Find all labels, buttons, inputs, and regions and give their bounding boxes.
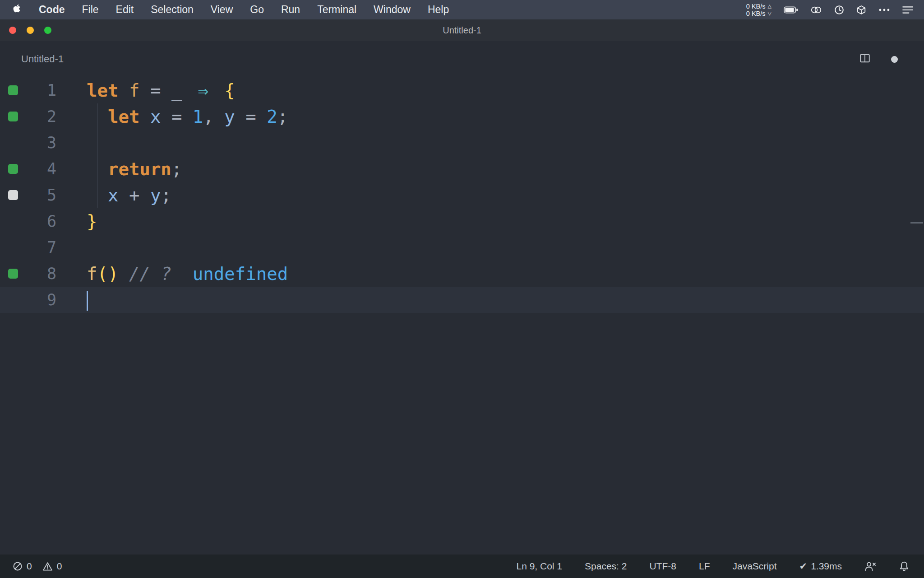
line-number[interactable]: 1 (18, 81, 56, 99)
code-line[interactable]: 7 (0, 234, 924, 261)
token-kw: return (108, 159, 171, 179)
token-op: = (245, 107, 256, 127)
code-line[interactable]: 2 let x = 1, y = 2; (0, 103, 924, 130)
line-number[interactable]: 6 (18, 212, 56, 230)
line-number[interactable]: 3 (18, 134, 56, 152)
encoding-setting[interactable]: UTF-8 (649, 561, 676, 572)
screen: CodeFileEditSelectionViewGoRunTerminalWi… (0, 0, 924, 578)
token-op: = (150, 80, 161, 101)
token-pln (256, 107, 267, 127)
token-pln (118, 80, 129, 101)
line-number[interactable]: 4 (18, 160, 56, 178)
code-text: return; (87, 159, 182, 179)
menu-items: CodeFileEditSelectionViewGoRunTerminalWi… (30, 4, 457, 16)
menu-item-view[interactable]: View (202, 4, 241, 16)
apple-icon (13, 4, 21, 16)
token-pln (118, 264, 129, 284)
window-title: Untitled-1 (0, 25, 924, 36)
code-editor[interactable]: 1let f = _ ⇒ {2 let x = 1, y = 2;34 retu… (0, 77, 924, 555)
quokka-coverage-marker (8, 164, 18, 174)
battery-icon[interactable] (784, 6, 798, 14)
ellipsis-icon[interactable] (878, 8, 890, 12)
code-line[interactable]: 9 (0, 287, 924, 313)
token-pln (118, 185, 129, 205)
token-op: + (129, 185, 139, 205)
quokka-coverage-marker (8, 85, 18, 95)
quokka-coverage-marker-empty (8, 242, 18, 252)
warnings-icon (42, 562, 53, 571)
modified-indicator-dot[interactable] (891, 56, 898, 63)
feedback-person-icon[interactable] (864, 561, 876, 572)
menu-bar: CodeFileEditSelectionViewGoRunTerminalWi… (0, 0, 924, 19)
zoom-window-button[interactable] (44, 27, 51, 34)
apple-menu[interactable] (13, 4, 21, 16)
clock-icon[interactable] (834, 5, 844, 15)
token-brace: } (87, 211, 97, 232)
quokka-coverage-marker-empty (8, 138, 18, 148)
token-brace: () (97, 264, 118, 284)
errors-icon (13, 561, 23, 571)
list-icon[interactable] (902, 6, 913, 14)
network-meter[interactable]: 0 KB/s △ 0 KB/s ▽ (746, 3, 772, 17)
token-pln (139, 107, 150, 127)
window-title-bar[interactable]: Untitled-1 (0, 19, 924, 41)
token-op: = (171, 107, 182, 127)
code-line[interactable]: 4 return; (0, 156, 924, 182)
token-var: y (150, 185, 161, 205)
code-lines: 1let f = _ ⇒ {2 let x = 1, y = 2;34 retu… (0, 77, 924, 313)
menu-item-terminal[interactable]: Terminal (309, 4, 365, 16)
menu-item-edit[interactable]: Edit (107, 4, 143, 16)
token-comment: // ? (129, 264, 171, 284)
menu-item-code[interactable]: Code (30, 4, 74, 16)
split-editor-icon[interactable] (859, 53, 870, 65)
token-pln (182, 80, 192, 101)
code-line[interactable]: 6} (0, 208, 924, 234)
line-number[interactable]: 7 (18, 238, 56, 256)
eol-setting[interactable]: LF (699, 561, 710, 572)
token-op: ; (171, 159, 182, 179)
notifications-bell-icon[interactable] (899, 561, 910, 572)
rings-icon[interactable] (810, 6, 822, 14)
code-text: } (87, 211, 97, 232)
cube-icon[interactable] (856, 5, 866, 15)
indentation-setting[interactable]: Spaces: 2 (585, 561, 627, 572)
token-pln (171, 264, 193, 284)
token-var: x (150, 107, 161, 127)
line-number[interactable]: 2 (18, 107, 56, 126)
close-window-button[interactable] (9, 27, 16, 34)
language-mode[interactable]: JavaScript (732, 561, 776, 572)
line-number[interactable]: 5 (18, 186, 56, 204)
token-brace: { (224, 80, 235, 101)
token-op: ; (277, 107, 288, 127)
menu-item-run[interactable]: Run (273, 4, 309, 16)
cursor-position[interactable]: Ln 9, Col 1 (516, 561, 562, 572)
token-arrow: ⇒ (193, 80, 214, 101)
code-line[interactable]: 3 (0, 130, 924, 156)
quokka-status[interactable]: ✔ 1.39ms (799, 561, 842, 572)
quokka-coverage-marker (8, 269, 18, 279)
menu-item-help[interactable]: Help (419, 4, 457, 16)
menu-item-go[interactable]: Go (241, 4, 273, 16)
menu-item-window[interactable]: Window (365, 4, 419, 16)
token-fname: f (87, 264, 97, 284)
line-number[interactable]: 9 (18, 291, 56, 309)
token-pln (161, 80, 171, 101)
warnings-count: 0 (57, 561, 62, 572)
token-pln (182, 107, 192, 127)
code-line[interactable]: 1let f = _ ⇒ { (0, 77, 924, 103)
problems-summary[interactable]: 0 0 (13, 561, 62, 572)
code-line[interactable]: 8f() // ? undefined (0, 261, 924, 287)
window-controls (9, 27, 51, 34)
menu-item-file[interactable]: File (74, 4, 107, 16)
code-line[interactable]: 5 x + y; (0, 182, 924, 208)
line-number[interactable]: 8 (18, 265, 56, 283)
token-fnvar: f (129, 80, 139, 101)
token-pln (139, 185, 150, 205)
editor-file-title[interactable]: Untitled-1 (21, 53, 64, 65)
quokka-coverage-marker-empty (8, 295, 18, 305)
menu-item-selection[interactable]: Selection (142, 4, 202, 16)
check-icon: ✔ (799, 561, 808, 572)
minimize-window-button[interactable] (27, 27, 34, 34)
token-kw: let (87, 80, 118, 101)
token-op: ; (161, 185, 171, 205)
